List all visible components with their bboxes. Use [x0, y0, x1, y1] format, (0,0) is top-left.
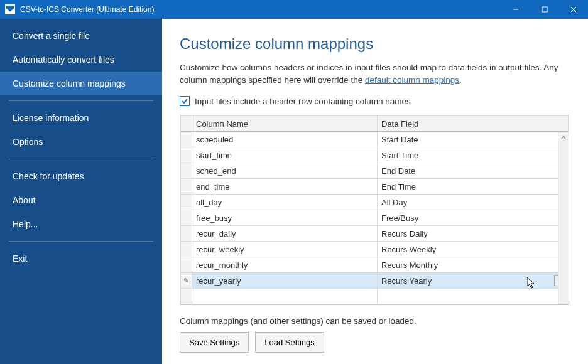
data-field-cell[interactable]: Recurs Yearly — [378, 273, 569, 289]
scroll-up-icon[interactable] — [558, 132, 569, 142]
row-gutter[interactable] — [181, 242, 192, 257]
sidebar-divider — [9, 241, 153, 242]
row-gutter[interactable] — [181, 163, 192, 179]
column-name-cell[interactable]: sched_end — [192, 163, 378, 179]
sidebar-item-options[interactable]: Options — [0, 130, 162, 154]
table-row[interactable]: sched_endEnd Date — [181, 163, 569, 179]
app-icon — [5, 4, 15, 14]
row-gutter[interactable] — [181, 210, 192, 226]
data-field-cell[interactable] — [378, 289, 569, 304]
data-field-cell[interactable]: End Time — [378, 179, 569, 195]
sidebar-divider — [9, 100, 153, 101]
column-name-cell[interactable]: recur_weekly — [192, 242, 378, 257]
data-field-cell[interactable]: Free/Busy — [378, 210, 569, 226]
data-field-cell[interactable]: Start Date — [378, 132, 569, 147]
grid-scrollbar[interactable] — [558, 132, 569, 304]
data-field-cell[interactable]: Recurs Weekly — [378, 242, 569, 257]
column-name-cell[interactable]: recur_monthly — [192, 257, 378, 273]
row-gutter[interactable] — [181, 179, 192, 195]
row-gutter[interactable] — [181, 132, 192, 147]
main-panel: Customize column mappings Customize how … — [162, 19, 588, 364]
page-description: Customize how columns headers or indices… — [180, 62, 570, 86]
titlebar: CSV-to-ICS Converter (Ultimate Edition) — [0, 0, 588, 19]
column-name-cell[interactable]: scheduled — [192, 132, 378, 147]
table-row[interactable]: free_busyFree/Busy — [181, 210, 569, 226]
table-row[interactable]: end_timeEnd Time — [181, 179, 569, 195]
table-row[interactable]: recur_dailyRecurs Daily — [181, 226, 569, 242]
sidebar-divider — [9, 159, 153, 159]
row-gutter[interactable]: ✎ — [181, 273, 192, 289]
grid-corner — [181, 116, 192, 132]
data-field-cell[interactable]: All Day — [378, 195, 569, 210]
sidebar-item-customize-mappings[interactable]: Customize column mappings — [0, 72, 162, 95]
table-row[interactable]: recur_monthlyRecurs Monthly — [181, 257, 569, 273]
sidebar-item-help[interactable]: Help... — [0, 212, 162, 236]
page-title: Customize column mappings — [180, 35, 570, 53]
sidebar-item-auto-convert[interactable]: Automatically convert files — [0, 48, 162, 72]
sidebar-item-exit[interactable]: Exit — [0, 247, 162, 270]
table-row[interactable]: recur_weeklyRecurs Weekly — [181, 242, 569, 257]
save-settings-button[interactable]: Save Settings — [180, 332, 249, 353]
column-name-cell[interactable] — [192, 289, 378, 304]
data-field-cell[interactable]: Recurs Daily — [378, 226, 569, 242]
sidebar: Convert a single file Automatically conv… — [0, 19, 162, 364]
sidebar-item-convert-single[interactable]: Convert a single file — [0, 24, 162, 48]
minimize-button[interactable] — [501, 0, 530, 19]
column-name-cell[interactable]: start_time — [192, 147, 378, 163]
column-name-cell[interactable]: end_time — [192, 179, 378, 195]
column-name-cell[interactable]: all_day — [192, 195, 378, 210]
sidebar-item-updates[interactable]: Check for updates — [0, 164, 162, 188]
window-title: CSV-to-ICS Converter (Ultimate Edition) — [20, 5, 154, 14]
checkbox-label: Input files include a header row contain… — [195, 97, 411, 106]
maximize-button[interactable] — [530, 0, 559, 19]
data-field-cell[interactable]: Start Time — [378, 147, 569, 163]
checkbox-icon — [180, 96, 190, 106]
data-field-cell[interactable]: End Date — [378, 163, 569, 179]
load-settings-button[interactable]: Load Settings — [255, 332, 324, 353]
mappings-grid[interactable]: Column Name Data Field scheduledStart Da… — [180, 115, 569, 305]
close-button[interactable] — [559, 0, 588, 19]
svg-rect-1 — [542, 7, 547, 12]
row-gutter[interactable] — [181, 226, 192, 242]
pencil-icon: ✎ — [185, 277, 188, 285]
window-controls — [501, 0, 588, 19]
sidebar-item-about[interactable]: About — [0, 188, 162, 212]
table-row[interactable]: all_dayAll Day — [181, 195, 569, 210]
row-gutter[interactable] — [181, 195, 192, 210]
grid-header-column-name[interactable]: Column Name — [192, 116, 378, 132]
sidebar-item-license[interactable]: License information — [0, 106, 162, 130]
column-name-cell[interactable]: recur_daily — [192, 226, 378, 242]
header-row-checkbox[interactable]: Input files include a header row contain… — [180, 96, 570, 106]
table-row[interactable]: scheduledStart Date — [181, 132, 569, 147]
column-name-cell[interactable]: recur_yearly — [192, 273, 378, 289]
table-row[interactable]: ✎recur_yearlyRecurs Yearly — [181, 273, 569, 289]
row-gutter[interactable] — [181, 257, 192, 273]
table-row[interactable]: start_timeStart Time — [181, 147, 569, 163]
table-row-new[interactable] — [181, 289, 569, 304]
row-gutter[interactable] — [181, 147, 192, 163]
column-name-cell[interactable]: free_busy — [192, 210, 378, 226]
save-note: Column mappings (and other settings) can… — [180, 316, 570, 326]
row-gutter[interactable] — [181, 289, 192, 304]
grid-header-data-field[interactable]: Data Field — [378, 116, 569, 132]
data-field-cell[interactable]: Recurs Monthly — [378, 257, 569, 273]
default-mappings-link[interactable]: default column mappings — [365, 75, 459, 85]
